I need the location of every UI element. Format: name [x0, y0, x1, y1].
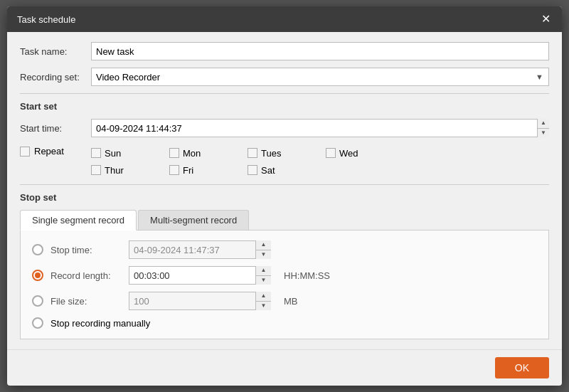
tues-label: Tues	[261, 148, 281, 159]
start-time-up-button[interactable]: ▲	[538, 119, 549, 129]
mon-label: Mon	[183, 148, 201, 159]
stop-time-input-wrap: ▲ ▼	[129, 240, 271, 259]
record-length-row: Record length: ▲ ▼ HH:MM:SS	[32, 266, 537, 285]
task-schedule-dialog: Task schedule ✕ Task name: Recording set…	[7, 6, 562, 386]
sun-checkbox[interactable]	[91, 148, 101, 158]
stop-time-radio[interactable]	[32, 244, 43, 255]
recording-set-select[interactable]: Video Recorder	[91, 68, 549, 86]
dialog-title: Task schedule	[17, 14, 75, 25]
task-name-row: Task name:	[20, 42, 549, 60]
record-length-spinners: ▲ ▼	[255, 266, 271, 285]
file-size-input[interactable]	[129, 292, 271, 310]
stop-time-spinners: ▲ ▼	[255, 240, 271, 259]
record-length-radio[interactable]	[32, 270, 43, 281]
tab-multi-segment[interactable]: Multi-segment record	[138, 210, 249, 230]
stop-set-header: Stop set	[20, 192, 549, 203]
day-item-mon: Mon	[169, 144, 240, 161]
stop-manually-radio[interactable]	[32, 317, 43, 329]
task-name-label: Task name:	[20, 46, 91, 57]
stop-manually-label: Stop recording manually	[50, 318, 150, 329]
task-name-input[interactable]	[91, 42, 549, 60]
day-item-wed: Wed	[326, 144, 397, 161]
start-set-header: Start set	[20, 101, 549, 112]
title-bar: Task schedule ✕	[7, 6, 562, 32]
dialog-footer: OK	[7, 349, 562, 386]
start-time-spinners: ▲ ▼	[537, 119, 549, 137]
sat-label: Sat	[261, 165, 275, 176]
ok-button[interactable]: OK	[495, 357, 549, 378]
day-item-sun: Sun	[91, 144, 162, 161]
stop-time-row: Stop time: ▲ ▼	[32, 240, 537, 259]
thur-checkbox[interactable]	[91, 165, 101, 175]
close-button[interactable]: ✕	[540, 14, 552, 25]
day-item-tues: Tues	[248, 144, 319, 161]
recording-set-row: Recording set: Video Recorder ▼	[20, 68, 549, 86]
tabs-row: Single segment record Multi-segment reco…	[20, 210, 549, 231]
day-item-sat: Sat	[248, 161, 319, 179]
stop-time-down-button[interactable]: ▼	[256, 250, 271, 260]
stop-time-up-button[interactable]: ▲	[256, 240, 271, 250]
radio-dot	[35, 272, 41, 278]
wed-label: Wed	[339, 148, 358, 159]
repeat-label-wrap: Repeat	[20, 144, 91, 157]
start-time-wrap: ▲ ▼	[91, 119, 549, 137]
tab-content-single: Stop time: ▲ ▼ Record length:	[20, 231, 549, 339]
days-grid: Sun Mon Tues Wed Thur	[91, 144, 397, 179]
file-size-input-wrap: ▲ ▼	[129, 292, 271, 310]
repeat-checkbox[interactable]	[20, 147, 30, 157]
repeat-label: Repeat	[34, 146, 64, 157]
record-length-input[interactable]	[129, 266, 271, 285]
stop-time-input[interactable]	[129, 240, 271, 259]
mon-checkbox[interactable]	[169, 148, 179, 158]
file-size-up-button[interactable]: ▲	[256, 292, 271, 302]
record-length-up-button[interactable]: ▲	[256, 266, 271, 276]
start-time-down-button[interactable]: ▼	[538, 129, 549, 138]
file-size-down-button[interactable]: ▼	[256, 302, 271, 311]
file-size-row: File size: ▲ ▼ MB	[32, 292, 537, 310]
wed-checkbox[interactable]	[326, 148, 336, 158]
start-time-row: Start time: ▲ ▼	[20, 119, 549, 137]
file-size-unit: MB	[284, 296, 298, 307]
thur-label: Thur	[105, 165, 124, 176]
tues-checkbox[interactable]	[248, 148, 257, 158]
repeat-row: Repeat Sun Mon Tues Wed	[20, 144, 549, 179]
sun-label: Sun	[105, 148, 121, 159]
record-length-label: Record length:	[50, 270, 122, 281]
record-length-input-wrap: ▲ ▼	[129, 266, 271, 285]
start-time-input[interactable]	[91, 119, 549, 137]
sat-checkbox[interactable]	[248, 165, 257, 175]
recording-set-label: Recording set:	[20, 72, 91, 83]
stop-manually-row: Stop recording manually	[32, 317, 537, 329]
file-size-spinners: ▲ ▼	[255, 292, 271, 310]
day-item-thur: Thur	[91, 161, 162, 179]
file-size-label: File size:	[50, 296, 122, 307]
day-item-fri: Fri	[169, 161, 240, 179]
fri-label: Fri	[183, 165, 193, 176]
stop-set-section: Stop set Single segment record Multi-seg…	[20, 192, 549, 339]
fri-checkbox[interactable]	[169, 165, 179, 175]
file-size-radio[interactable]	[32, 295, 43, 307]
record-length-unit: HH:MM:SS	[284, 270, 330, 281]
recording-set-select-wrap: Video Recorder ▼	[91, 68, 549, 86]
stop-time-label: Stop time:	[50, 245, 122, 255]
start-time-label: Start time:	[20, 123, 91, 134]
dialog-body: Task name: Recording set: Video Recorder…	[7, 32, 562, 349]
tab-single-segment[interactable]: Single segment record	[20, 210, 137, 231]
record-length-down-button[interactable]: ▼	[256, 276, 271, 285]
